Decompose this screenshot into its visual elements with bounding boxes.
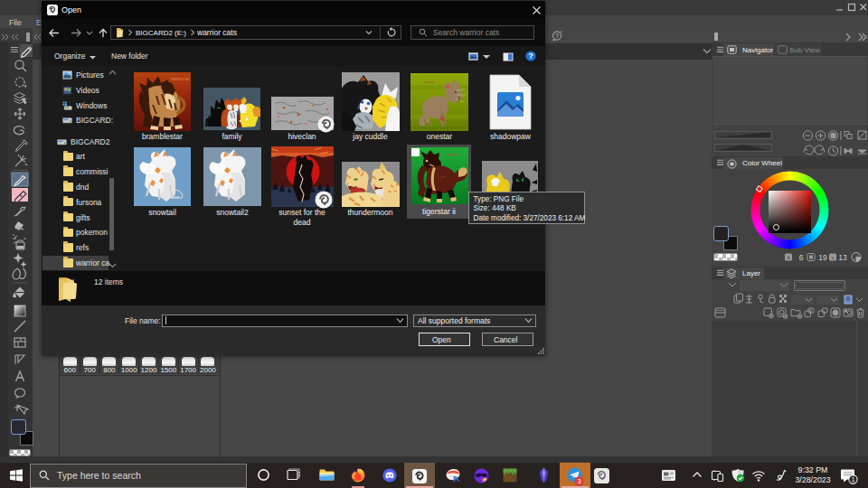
svg-text:BRAMBLESTAR: BRAMBLESTAR [171,78,190,81]
svg-text:13: 13 [838,253,847,262]
svg-text:cloud: cloud [172,195,179,199]
svg-text:v: v [832,255,835,260]
svg-text:P: P [809,309,812,314]
svg-text:?: ? [555,33,559,39]
svg-text:1: 1 [851,475,854,483]
svg-text:?: ? [528,52,533,61]
svg-text:6: 6 [799,253,804,262]
svg-text:Tigerstar II: Tigerstar II [446,153,459,156]
svg-text:Onestar: Onestar [424,80,436,84]
svg-text:19: 19 [818,253,827,262]
svg-text:3: 3 [577,477,580,485]
